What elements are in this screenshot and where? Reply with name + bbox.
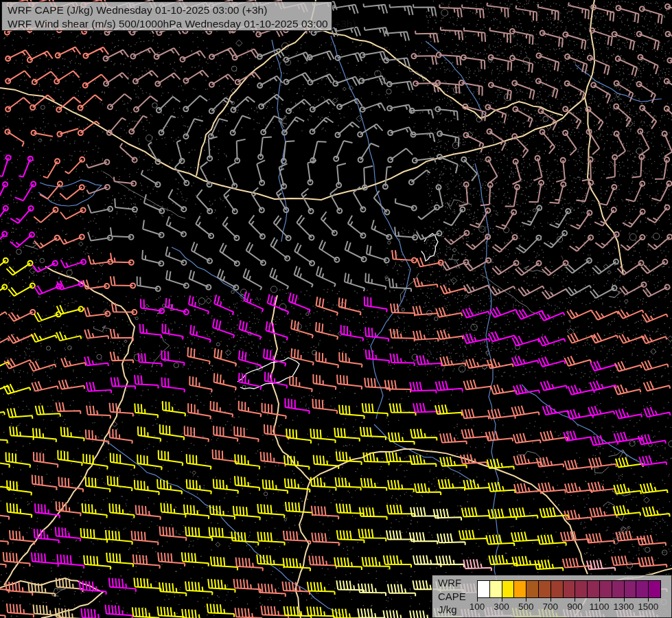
legend-tick-label: 1100 (589, 602, 609, 612)
legend-label-unit: J/kg (438, 603, 466, 617)
title-line-shear: WRF Wind shear (m/s) 500/1000hPa Wednesd… (8, 17, 326, 31)
title-box: WRF CAPE (J/kg) Wednesday 01-10-2025 03:… (1, 1, 332, 31)
title-line-cape: WRF CAPE (J/kg) Wednesday 01-10-2025 03:… (8, 3, 326, 17)
legend-tick-label: 1500 (638, 602, 658, 612)
legend-tick-label: 500 (518, 602, 534, 612)
legend-color-scale (477, 580, 661, 598)
legend-tick-label: 900 (567, 602, 583, 612)
legend-swatch (588, 581, 600, 597)
legend-tick-label: 100 (470, 602, 485, 612)
legend-swatch (649, 581, 660, 597)
legend-tick-label: 700 (543, 602, 559, 612)
legend-label-column: WRF CAPE J/kg (438, 576, 466, 617)
legend-swatch (514, 581, 526, 597)
legend-label-wrf: WRF (438, 576, 466, 590)
legend-swatch (636, 581, 649, 597)
legend-swatch (478, 581, 490, 597)
legend-swatch (600, 581, 612, 597)
legend-swatch (551, 581, 564, 597)
legend-swatch (575, 581, 588, 597)
weather-map-canvas (0, 0, 672, 618)
cape-legend: WRF CAPE J/kg 10030050070090011001300150… (432, 575, 672, 618)
legend-swatch (490, 581, 502, 597)
legend-label-cape: CAPE (438, 590, 466, 604)
weather-map-stage: WRF CAPE (J/kg) Wednesday 01-10-2025 03:… (0, 0, 672, 618)
legend-swatch (612, 581, 625, 597)
legend-swatch (526, 581, 539, 597)
legend-tick-label: 1300 (614, 602, 634, 612)
legend-tick-label: 300 (494, 602, 509, 612)
legend-swatch (539, 581, 551, 597)
legend-swatch (625, 581, 637, 597)
legend-swatch (502, 581, 515, 597)
legend-swatch (564, 581, 576, 597)
